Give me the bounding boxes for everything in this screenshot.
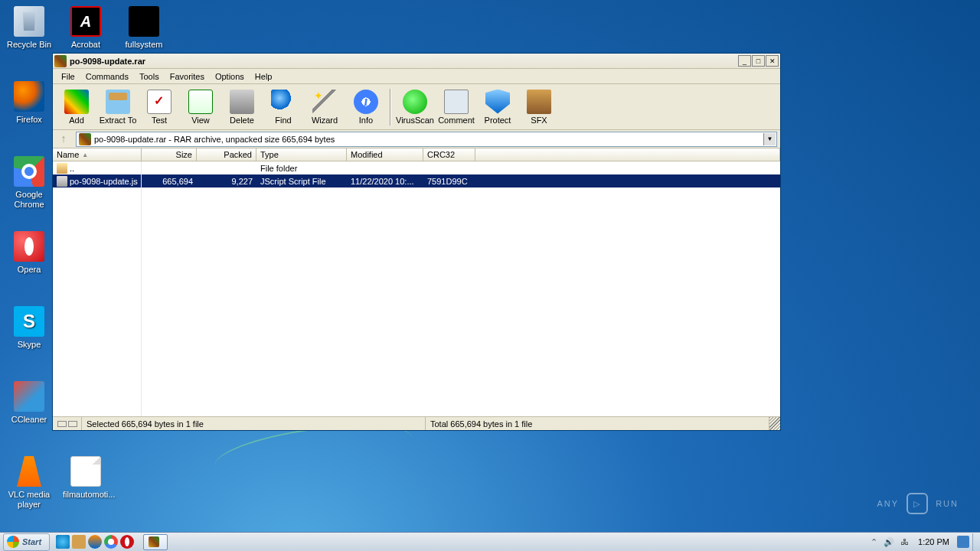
desktop-icon-firefox[interactable]: Firefox	[6, 81, 52, 125]
show-desktop-button[interactable]	[972, 533, 980, 551]
column-size[interactable]: Size	[142, 148, 197, 161]
toolbar-find-button[interactable]: Find	[263, 86, 304, 129]
view-icon	[188, 90, 213, 114]
icon-label: filmautomoti...	[63, 490, 109, 500]
list-item[interactable]: ..File folder	[53, 161, 780, 174]
column-crc32[interactable]: CRC32	[423, 148, 475, 161]
titlebar[interactable]: po-9098-update.rar _ □ ✕	[53, 54, 780, 69]
menu-options[interactable]: Options	[210, 70, 250, 83]
cell-type: File folder	[256, 164, 347, 173]
toolbar-sfx-button[interactable]: SFX	[518, 86, 560, 129]
column-modified[interactable]: Modified	[347, 148, 423, 161]
menu-tools[interactable]: Tools	[134, 70, 165, 83]
tray-expand-icon[interactable]: ⌃	[867, 536, 880, 548]
toolbar-delete-button[interactable]: Delete	[221, 86, 263, 129]
toolbar-protect-button[interactable]: Protect	[477, 86, 518, 129]
toolbar-label: Wizard	[312, 116, 338, 125]
list-item[interactable]: po-9098-update.js665,6949,227JScript Scr…	[53, 174, 780, 187]
menu-commands[interactable]: Commands	[80, 70, 134, 83]
file-icon	[57, 176, 67, 187]
close-button[interactable]: ✕	[766, 55, 779, 67]
toolbar-extract-button[interactable]: Extract To	[97, 86, 139, 129]
minimize-button[interactable]: _	[738, 55, 751, 67]
menu-file[interactable]: File	[56, 70, 80, 83]
chrome-icon[interactable]	[104, 535, 118, 549]
skype-icon: S	[14, 306, 44, 337]
desktop-icon-skype[interactable]: SSkype	[6, 306, 52, 350]
toolbar-label: SFX	[531, 116, 547, 125]
menu-help[interactable]: Help	[250, 70, 278, 83]
opera-icon	[14, 231, 44, 262]
desktop-icon-filmauto[interactable]: filmautomoti...	[63, 456, 109, 500]
toolbar-comment-button[interactable]: Comment	[436, 86, 477, 129]
anyrun-watermark: ANY ▷ RUN	[877, 493, 959, 514]
status-grip	[53, 417, 82, 430]
pathbar: ↑ po-9098-update.rar - RAR archive, unpa…	[53, 130, 780, 148]
start-button[interactable]: Start	[3, 533, 50, 551]
wmp-icon[interactable]	[88, 535, 102, 549]
cell-crc32: 7591D99C	[423, 177, 475, 186]
column-name[interactable]: Name▲	[53, 148, 142, 161]
desktop-icon-opera[interactable]: Opera	[6, 231, 52, 275]
taskbar-winrar-button[interactable]	[143, 534, 168, 550]
icon-label: Acrobat	[63, 40, 109, 50]
icon-label: Recycle Bin	[6, 40, 52, 50]
vlc-icon	[14, 456, 44, 487]
toolbar-add-button[interactable]: Add	[56, 86, 97, 129]
filmauto-icon	[70, 456, 101, 487]
protect-icon	[485, 90, 510, 114]
cell-size: 665,694	[142, 177, 197, 186]
icon-label: CCleaner	[6, 415, 52, 425]
path-text: po-9098-update.rar - RAR archive, unpack…	[94, 135, 335, 144]
virus-icon	[403, 90, 427, 114]
list-body[interactable]: ..File folderpo-9098-update.js665,6949,2…	[53, 161, 780, 416]
find-icon	[271, 90, 296, 114]
desktop-icon-vlc[interactable]: VLC media player	[6, 456, 52, 510]
toolbar-test-button[interactable]: Test	[139, 86, 180, 129]
winrar-window: po-9098-update.rar _ □ ✕ FileCommandsToo…	[52, 53, 781, 431]
app-icon	[54, 55, 67, 67]
toolbar-label: Add	[69, 116, 84, 125]
toolbar-info-button[interactable]: iInfo	[345, 86, 387, 129]
windows-logo-icon	[7, 536, 19, 548]
statusbar: Selected 665,694 bytes in 1 file Total 6…	[53, 416, 780, 430]
fullsystem-icon	[129, 6, 159, 37]
desktop-icon-ccleaner[interactable]: CCleaner	[6, 381, 52, 425]
desktop-icon-fullsystem[interactable]: fullsystem	[121, 6, 167, 50]
network-icon[interactable]: 🖧	[898, 536, 910, 548]
file-list: Name▲SizePackedTypeModifiedCRC32 ..File …	[53, 148, 780, 416]
volume-icon[interactable]: 🔊	[883, 536, 895, 548]
firefox-icon	[14, 81, 44, 112]
toolbar-virus-button[interactable]: VirusScan	[394, 86, 436, 129]
desktop-icon-acrobat[interactable]: AAcrobat	[63, 6, 109, 50]
path-dropdown-button[interactable]: ▼	[763, 133, 776, 145]
clock[interactable]: 1:20 PM	[913, 537, 954, 546]
resize-grip[interactable]	[769, 417, 780, 430]
explorer-icon[interactable]	[72, 535, 86, 549]
quick-launch	[56, 535, 134, 549]
comment-icon	[444, 90, 469, 114]
toolbar-view-button[interactable]: View	[180, 86, 221, 129]
path-input[interactable]: po-9098-update.rar - RAR archive, unpack…	[76, 132, 777, 147]
desktop-icon-recycle-bin[interactable]: Recycle Bin	[6, 6, 52, 50]
up-button[interactable]: ↑	[56, 132, 71, 146]
play-icon: ▷	[906, 493, 928, 514]
maximize-button[interactable]: □	[752, 55, 765, 67]
column-packed[interactable]: Packed	[197, 148, 256, 161]
icon-label: Opera	[6, 265, 52, 275]
monitor-icon[interactable]	[957, 536, 969, 548]
cell-name: ..	[53, 163, 142, 174]
opera-icon[interactable]	[120, 535, 134, 549]
column-type[interactable]: Type	[256, 148, 347, 161]
toolbar-wizard-button[interactable]: Wizard	[304, 86, 345, 129]
sort-arrow-icon: ▲	[82, 152, 88, 158]
archive-icon	[79, 133, 91, 145]
status-selected: Selected 665,694 bytes in 1 file	[82, 417, 426, 430]
toolbar-label: VirusScan	[396, 116, 434, 125]
menu-favorites[interactable]: Favorites	[165, 70, 210, 83]
toolbar-label: Test	[152, 116, 167, 125]
desktop-icon-chrome[interactable]: Google Chrome	[6, 156, 52, 210]
wizard-icon	[312, 90, 337, 114]
toolbar-label: Find	[275, 116, 291, 125]
ie-icon[interactable]	[56, 535, 70, 549]
